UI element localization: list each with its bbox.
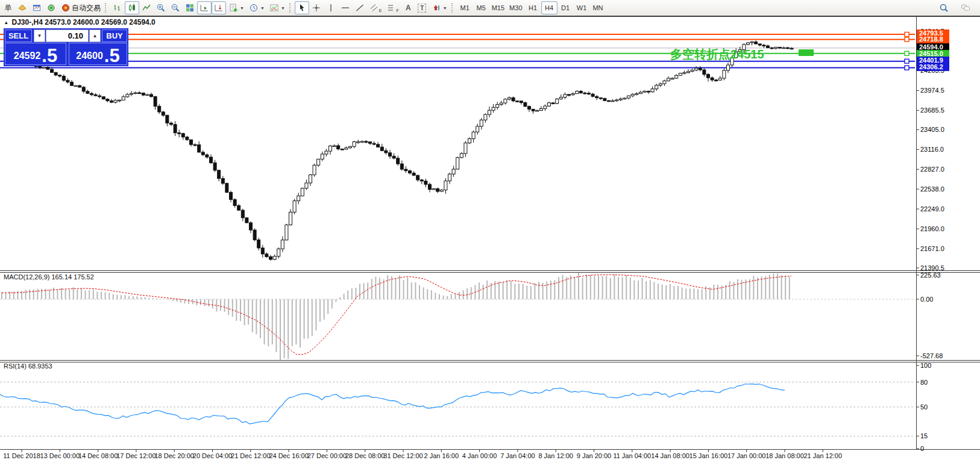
time-axis-label: 31 Dec 12:00 (383, 452, 422, 459)
collapse-arrow-icon[interactable]: ▴ (5, 19, 8, 25)
text-button[interactable]: A (401, 1, 415, 14)
data-window-button[interactable] (30, 1, 44, 14)
bar-chart-button[interactable] (110, 1, 125, 14)
volume-increase-button[interactable]: ▲ (89, 30, 101, 42)
templates-button[interactable]: ▼ (267, 1, 287, 14)
market-watch-button[interactable] (15, 1, 30, 14)
time-axis-label: 17 Jan 00:00 (727, 452, 766, 459)
line-handle[interactable] (905, 59, 909, 63)
timeframe-h1-button[interactable]: H1 (525, 1, 541, 14)
price-axis-tick-label: 21390.5 (920, 264, 944, 272)
chat-button[interactable] (958, 1, 973, 14)
candle-body (166, 115, 169, 123)
arrow-tools-button[interactable]: ▼ (429, 1, 450, 14)
candle-body (329, 146, 332, 151)
sell-price[interactable]: 24592.5 (5, 43, 66, 65)
candlestick-chart-icon (127, 3, 137, 13)
line-handle[interactable] (905, 33, 909, 37)
candle-body (174, 125, 177, 133)
candle-body (758, 44, 761, 45)
autotrading-icon (61, 3, 71, 13)
time-axis-label: 7 Jan 04:00 (500, 452, 535, 459)
fibonacci-button[interactable]: F (384, 1, 401, 14)
candle-body (568, 95, 571, 96)
candle-body (576, 91, 579, 93)
auto-scroll-button[interactable] (197, 1, 212, 14)
price-axis-tick-label: 23405.0 (920, 126, 944, 133)
timeframe-h4-button[interactable]: H4 (541, 1, 558, 14)
candle-body (389, 153, 392, 157)
line-handle[interactable] (905, 66, 909, 70)
candle-body (409, 171, 412, 173)
candle-body (58, 75, 61, 76)
equidistant-channel-button[interactable]: E (367, 1, 385, 14)
candle-body (190, 140, 193, 144)
line-chart-button[interactable] (139, 1, 154, 14)
candle-body (579, 91, 582, 93)
crosshair-button[interactable] (309, 1, 324, 14)
buy-button[interactable]: BUY (102, 30, 127, 42)
candle-body (416, 175, 419, 180)
candle-body (313, 165, 316, 175)
navigator-button[interactable] (44, 1, 58, 14)
candle-body (170, 123, 173, 124)
indicators-button[interactable]: ▼ (226, 1, 247, 14)
zoom-out-button[interactable] (168, 1, 183, 14)
search-button[interactable] (937, 1, 951, 14)
volume-decrease-button[interactable]: ▼ (34, 30, 45, 42)
line-handle[interactable] (905, 37, 909, 42)
toolbar-group-standard: 单自动交易 (1, 0, 103, 16)
chart-annotation-text[interactable]: 多空转折点24515 (670, 46, 764, 63)
auto-scroll-icon (199, 3, 209, 13)
toolbar-groups: 单自动交易▼▼▼EFAT▼M1M5M15M30H1H4D1W1MN (1, 0, 606, 16)
tile-windows-button[interactable] (183, 1, 197, 14)
buy-price[interactable]: 24600.5 (69, 43, 127, 65)
one-click-trading-panel: SELL ▼ 0.10 ▲ BUY 24592.5 24600.5 (4, 28, 128, 66)
candle-body (265, 254, 268, 256)
equidistant-channel-subscript: E (379, 8, 382, 13)
candlestick-chart-button[interactable] (125, 1, 139, 14)
timeframe-w1-button[interactable]: W1 (574, 1, 590, 14)
candle-body (551, 103, 554, 104)
line-handle[interactable] (905, 51, 909, 55)
cursor-button[interactable] (295, 1, 309, 14)
text-glyph: A (406, 4, 411, 12)
text-label-glyph: T (418, 4, 426, 13)
volume-input[interactable]: 0.10 (46, 30, 89, 42)
candle-body (767, 46, 770, 48)
candle-body (51, 69, 54, 72)
time-axis-label: 18 Jan 08:00 (765, 452, 804, 459)
autotrading-button[interactable]: 自动交易 (58, 1, 103, 14)
time-axis-label: 15 Jan 16:00 (689, 452, 728, 459)
text-label-button[interactable]: T (415, 1, 429, 14)
candle-body (317, 159, 320, 165)
candle-body (380, 147, 383, 151)
trendline-button[interactable] (353, 1, 367, 14)
horizontal-line-button[interactable] (338, 1, 353, 14)
chart-plot-area[interactable] (0, 0, 980, 466)
fibonacci-icon (386, 3, 396, 13)
sell-button[interactable]: SELL (5, 30, 32, 42)
equidistant-channel-icon (369, 3, 379, 13)
candle-body (150, 95, 153, 96)
timeframe-d1-button[interactable]: D1 (558, 1, 574, 14)
chart-shift-button[interactable] (212, 1, 226, 14)
vertical-line-button[interactable] (324, 1, 338, 14)
candle-body (181, 134, 184, 137)
timeframe-m1-button[interactable]: M1 (457, 1, 473, 14)
candle-body (357, 142, 360, 143)
timeframe-m30-button[interactable]: M30 (507, 1, 524, 14)
timeframe-mn-button[interactable]: MN (590, 1, 606, 14)
timeframe-m15-button[interactable]: M15 (489, 1, 507, 14)
macd-axis-label: 0.00 (920, 296, 933, 303)
candle-body (385, 151, 388, 153)
candle-body (74, 85, 77, 87)
candle-body (102, 97, 105, 99)
chart-annotation-rect[interactable] (799, 49, 814, 56)
new-order-button[interactable]: 单 (1, 1, 15, 14)
periods-button[interactable]: ▼ (247, 1, 267, 14)
candle-body (528, 107, 531, 110)
candle-body (39, 66, 42, 67)
timeframe-m5-button[interactable]: M5 (473, 1, 489, 14)
zoom-in-button[interactable] (154, 1, 168, 14)
